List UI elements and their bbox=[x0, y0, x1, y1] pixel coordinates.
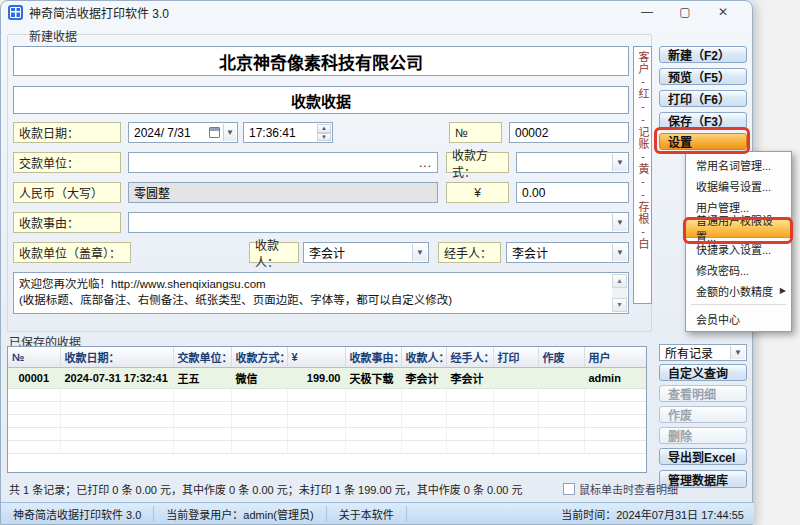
menu-item-receipt-number[interactable]: 收据编号设置... bbox=[686, 175, 791, 196]
col-printed: 打印 bbox=[493, 347, 538, 368]
stamp-label: 收款单位（盖章）： bbox=[13, 242, 131, 263]
col-method: 收款方式： bbox=[231, 347, 287, 368]
new-receipt-group-label: 新建收据 bbox=[29, 27, 77, 44]
record-filter-select[interactable]: 所有记录 ▼ bbox=[659, 344, 747, 361]
custom-query-button[interactable]: 自定义查询 bbox=[659, 364, 747, 381]
date-label: 收款日期： bbox=[13, 122, 121, 143]
empty-row bbox=[8, 402, 646, 415]
menu-item-user-permissions[interactable]: 普通用户权限设置... bbox=[686, 217, 791, 238]
filter-dropdown-icon[interactable]: ▼ bbox=[730, 346, 745, 359]
time-spinner[interactable]: 17:36:41 ▲ ▼ bbox=[243, 122, 333, 143]
time-spin-buttons: ▲ ▼ bbox=[317, 124, 331, 141]
receipt-no-input[interactable]: 00002 bbox=[509, 122, 629, 143]
settings-button[interactable]: 设置 bbox=[659, 133, 747, 150]
col-payer: 交款单位： bbox=[173, 347, 231, 368]
empty-row bbox=[8, 415, 646, 428]
menu-item-change-password[interactable]: 修改密码... bbox=[686, 259, 791, 280]
window-title: 神奇简洁收据打印软件 3.0 bbox=[29, 4, 169, 21]
spin-up-icon[interactable]: ▲ bbox=[317, 124, 331, 133]
desktop: 神奇简洁收据打印软件 3.0 — ▢ ✕ 新建收据 北京神奇像素科技有限公司 收… bbox=[0, 0, 800, 525]
copy-color-note[interactable]: 客户-红--记账-黄--存根-白 bbox=[633, 46, 652, 304]
method-dropdown-icon[interactable]: ▼ bbox=[612, 154, 627, 171]
records-grid: № 收款日期： 交款单位： 收款方式： ¥ 收款事由： 收款人： 经手人： 打印… bbox=[7, 346, 647, 473]
reason-label: 收款事由： bbox=[13, 212, 121, 233]
payer-label: 交款单位： bbox=[13, 152, 121, 173]
app-window: 神奇简洁收据打印软件 3.0 — ▢ ✕ 新建收据 北京神奇像素科技有限公司 收… bbox=[0, 0, 753, 525]
grid-header-row: № 收款日期： 交款单位： 收款方式： ¥ 收款事由： 收款人： 经手人： 打印… bbox=[8, 347, 646, 368]
detail-on-click-option: 鼠标单击时查看明细 bbox=[563, 481, 678, 497]
company-name-field[interactable]: 北京神奇像素科技有限公司 bbox=[13, 46, 629, 76]
reason-select[interactable]: ▼ bbox=[128, 212, 629, 233]
spin-down-icon[interactable]: ▼ bbox=[317, 133, 331, 142]
delete-button: 删除 bbox=[659, 427, 747, 444]
rmb-words-field: 零圆整 bbox=[128, 182, 438, 203]
col-user: 用户 bbox=[584, 347, 646, 368]
date-dropdown-icon[interactable]: ▼ bbox=[223, 124, 236, 141]
handler-select[interactable]: 李会计 ▼ bbox=[506, 242, 629, 263]
records-summary: 共 1 条记录；已打印 0 条 0.00 元，其中作废 0 条 0.00 元；未… bbox=[9, 481, 522, 497]
col-reason: 收款事由： bbox=[345, 347, 401, 368]
receipt-title-field[interactable]: 收款收据 bbox=[13, 86, 629, 114]
memo-scrollbar[interactable]: ▲ ▼ bbox=[612, 274, 627, 312]
menu-item-quick-entry[interactable]: 快捷录入设置... bbox=[686, 238, 791, 259]
maximize-icon[interactable]: ▢ bbox=[666, 1, 704, 23]
save-button[interactable]: 保存（F3） bbox=[659, 112, 747, 129]
col-handler: 经手人： bbox=[446, 347, 493, 368]
menu-separator bbox=[691, 304, 786, 305]
col-date: 收款日期： bbox=[60, 347, 173, 368]
settings-menu: 常用名词管理... 收据编号设置... 用户管理... 普通用户权限设置... … bbox=[685, 151, 792, 332]
handler-dropdown-icon[interactable]: ▼ bbox=[612, 244, 627, 261]
new-button[interactable]: 新建（F2） bbox=[659, 46, 747, 63]
currency-label: ¥ bbox=[446, 182, 509, 203]
menu-item-member-center[interactable]: 会员中心 bbox=[686, 308, 791, 329]
menu-item-decimal-precision[interactable]: 金额的小数精度 ▶ bbox=[686, 280, 791, 301]
payer-browse-icon[interactable]: ... bbox=[419, 156, 432, 170]
reason-dropdown-icon[interactable]: ▼ bbox=[612, 214, 627, 231]
payee-select[interactable]: 李会计 ▼ bbox=[303, 242, 429, 263]
payee-label: 收款人： bbox=[249, 242, 299, 263]
col-amount: ¥ bbox=[287, 347, 345, 368]
empty-row bbox=[8, 389, 646, 402]
handler-label: 经手人： bbox=[438, 242, 501, 263]
memo-line1: 欢迎您再次光临！http://www.shenqixiangsu.com bbox=[19, 276, 608, 292]
memo-line2: (收据标题、底部备注、右侧备注、纸张类型、页面边距、字体等，都可以自定义修改) bbox=[19, 292, 608, 308]
empty-row bbox=[8, 441, 646, 454]
preview-button[interactable]: 预览（F5） bbox=[659, 68, 747, 85]
scroll-up-icon[interactable]: ▲ bbox=[612, 274, 627, 288]
receipt-no-label: № bbox=[449, 122, 502, 143]
status-current-user: 当前登录用户：admin(管理员) bbox=[154, 506, 326, 522]
amount-input[interactable]: 0.00 bbox=[516, 182, 629, 203]
col-payee: 收款人： bbox=[401, 347, 446, 368]
title-bar: 神奇简洁收据打印软件 3.0 — ▢ ✕ bbox=[1, 1, 752, 23]
minimize-icon[interactable]: — bbox=[628, 1, 666, 23]
void-button: 作废 bbox=[659, 406, 747, 423]
detail-checkbox-label: 鼠标单击时查看明细 bbox=[579, 481, 678, 497]
record-row[interactable]: 00001 2024-07-31 17:32:41 王五 微信 199.00 天… bbox=[8, 368, 646, 389]
submenu-arrow-icon: ▶ bbox=[780, 286, 786, 295]
status-current-time: 当前时间：2024年07月31日 17:44:55 bbox=[561, 506, 754, 522]
method-select[interactable]: ▼ bbox=[516, 152, 629, 173]
col-no: № bbox=[8, 347, 60, 368]
close-icon[interactable]: ✕ bbox=[704, 1, 742, 23]
status-about-link[interactable]: 关于本软件 bbox=[327, 506, 407, 522]
method-label: 收款方式： bbox=[446, 152, 509, 173]
payer-input[interactable]: ... bbox=[128, 152, 438, 173]
rmb-words-label: 人民币（大写） bbox=[13, 182, 121, 203]
print-button[interactable]: 打印（F6） bbox=[659, 90, 747, 107]
empty-row bbox=[8, 428, 646, 441]
payee-dropdown-icon[interactable]: ▼ bbox=[412, 244, 427, 261]
calendar-icon bbox=[209, 127, 220, 138]
scroll-down-icon[interactable]: ▼ bbox=[612, 298, 627, 312]
detail-checkbox[interactable] bbox=[563, 483, 575, 495]
status-app-name: 神奇简洁收据打印软件 3.0 bbox=[1, 506, 154, 522]
export-excel-button[interactable]: 导出到Excel bbox=[659, 448, 747, 465]
status-bar: 神奇简洁收据打印软件 3.0 当前登录用户：admin(管理员) 关于本软件 当… bbox=[1, 502, 754, 524]
memo-textarea[interactable]: 欢迎您再次光临！http://www.shenqixiangsu.com (收据… bbox=[13, 272, 629, 314]
date-picker[interactable]: 2024/ 7/31 ▼ bbox=[128, 122, 238, 143]
menu-item-common-terms[interactable]: 常用名词管理... bbox=[686, 154, 791, 175]
col-voided: 作废 bbox=[538, 347, 584, 368]
app-icon bbox=[8, 5, 23, 20]
window-controls: — ▢ ✕ bbox=[628, 1, 742, 23]
view-detail-button: 查看明细 bbox=[659, 385, 747, 402]
